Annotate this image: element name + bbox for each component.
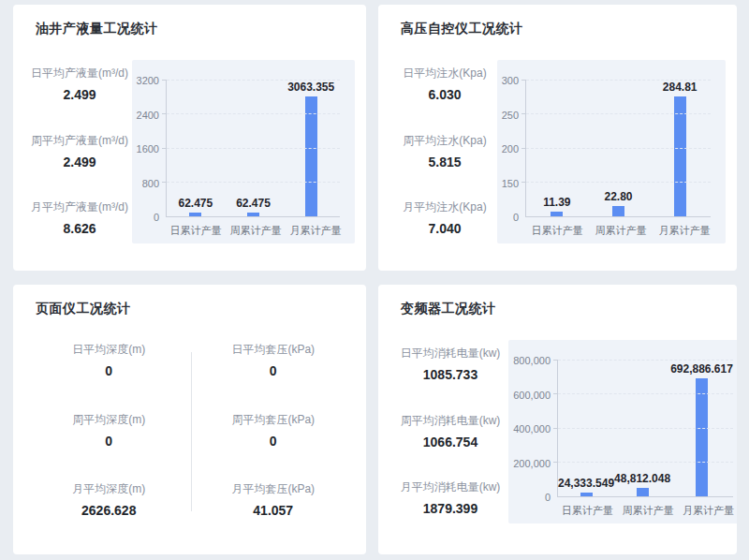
card-high-pressure-control: 高压自控仪工况统计 日平均注水(Kpa) 6.030 周平均注水(Kpa) 5.… — [378, 5, 737, 271]
stat-label: 周平均消耗电量(kw) — [392, 413, 508, 429]
bar[interactable] — [580, 493, 593, 496]
stat-label: 周平均注水(Kpa) — [392, 133, 497, 149]
x-tick-label: 周累计产量 — [226, 224, 286, 238]
x-tick-label: 日累计产量 — [557, 504, 618, 518]
stat-monthly: 月平均产液量(m³/d) 8.626 — [27, 199, 132, 236]
stat-label: 日平均深度(m) — [27, 342, 191, 358]
card-oil-well-production: 油井产液量工况统计 日平均产液量(m³/d) 2.499 周平均产液量(m³/d… — [13, 5, 366, 271]
stat-monthly: 月平均套压(kPa) 41.057 — [192, 481, 356, 518]
stat-value: 6.030 — [392, 87, 497, 102]
stat-daily: 日平均套压(kPa) 0 — [192, 342, 356, 378]
bar-value-label: 11.39 — [543, 196, 570, 209]
x-tick-label: 周累计产量 — [589, 224, 653, 238]
stats-column: 日平均消耗电量(kw) 1085.733 周平均消耗电量(kw) 1066.75… — [392, 340, 508, 523]
stat-value: 1085.733 — [392, 367, 508, 382]
y-axis: 0 200,000 400,000 600,000 800,000 — [508, 361, 557, 497]
bar[interactable] — [637, 488, 649, 496]
y-tick: 2400 — [137, 110, 159, 121]
bar-value-label: 284.81 — [663, 81, 698, 94]
stat-value: 7.040 — [392, 221, 497, 236]
bar-value-label: 48,812.048 — [614, 472, 670, 485]
bar-column-monthly[interactable]: 284.81 — [649, 81, 711, 216]
bar-value-label: 62.475 — [236, 197, 271, 210]
stat-value: 5.815 — [392, 155, 497, 169]
axis-tick — [553, 360, 558, 361]
gridline — [167, 148, 340, 149]
card-title: 变频器工况统计 — [401, 301, 726, 317]
stat-label: 月平均消耗电量(kw) — [392, 479, 508, 495]
bar-value-label: 692,886.617 — [670, 362, 733, 376]
plot-area: 62.475 62.475 3063.355 — [166, 81, 340, 217]
stat-weekly: 周平均注水(Kpa) 5.815 — [392, 133, 497, 169]
bar[interactable] — [189, 213, 201, 216]
bar[interactable] — [612, 206, 624, 216]
dashboard: 油井产液量工况统计 日平均产液量(m³/d) 2.499 周平均产液量(m³/d… — [0, 0, 749, 560]
gridline — [558, 428, 733, 429]
stat-label: 日平均产液量(m³/d) — [27, 66, 132, 81]
stat-label: 周平均产液量(m³/d) — [27, 133, 132, 149]
x-tick-label: 日累计产量 — [166, 224, 226, 238]
x-tick-label: 周累计产量 — [618, 504, 679, 518]
card-content: 日平均深度(m) 0 周平均深度(m) 0 月平均深度(m) 2626.628 … — [27, 340, 355, 523]
y-tick: 1600 — [137, 143, 159, 155]
bar-value-label: 24,333.549 — [558, 477, 614, 490]
bar-column-monthly[interactable]: 3063.355 — [282, 81, 340, 216]
stat-weekly: 周平均深度(m) 0 — [27, 412, 191, 449]
y-tick: 3200 — [137, 75, 159, 86]
stat-weekly: 周平均消耗电量(kw) 1066.754 — [392, 413, 508, 449]
stat-value: 41.057 — [192, 503, 356, 518]
bar-column-weekly[interactable]: 22.80 — [588, 81, 650, 216]
y-tick: 200 — [502, 143, 519, 155]
axis-tick — [553, 428, 558, 429]
gridline — [558, 462, 733, 463]
y-tick: 600,000 — [513, 390, 551, 401]
stat-value: 8.626 — [27, 221, 132, 236]
stats-column-depth: 日平均深度(m) 0 周平均深度(m) 0 月平均深度(m) 2626.628 — [27, 340, 191, 523]
gridline — [167, 113, 340, 114]
stat-monthly: 月平均消耗电量(kw) 1879.399 — [392, 479, 508, 516]
gridline — [526, 182, 711, 183]
axis-tick — [521, 113, 526, 114]
stat-value: 0 — [27, 363, 191, 378]
stat-weekly: 周平均套压(kPa) 0 — [192, 412, 356, 449]
card-title: 高压自控仪工况统计 — [401, 21, 726, 37]
bar-column-weekly[interactable]: 48,812.048 — [614, 361, 670, 496]
stat-label: 周平均深度(m) — [27, 412, 191, 428]
y-axis: 0 800 1600 2400 3200 — [132, 81, 166, 217]
y-tick: 250 — [502, 110, 519, 121]
stats-column: 日平均产液量(m³/d) 2.499 周平均产液量(m³/d) 2.499 月平… — [27, 60, 132, 243]
x-tick-label: 月累计产量 — [286, 224, 345, 238]
plot-area: 11.39 22.80 284.81 — [525, 81, 711, 217]
stat-monthly: 月平均注水(Kpa) 7.040 — [392, 199, 497, 236]
x-axis: 日累计产量 周累计产量 月累计产量 — [166, 224, 345, 238]
stat-weekly: 周平均产液量(m³/d) 2.499 — [27, 133, 132, 169]
bar-value-label: 62.475 — [178, 197, 213, 210]
stat-value: 1879.399 — [392, 501, 508, 516]
card-page-meter: 页面仪工况统计 日平均深度(m) 0 周平均深度(m) 0 月平均深度(m) 2… — [13, 285, 366, 554]
y-tick: 0 — [513, 212, 519, 223]
x-tick-label: 月累计产量 — [678, 504, 737, 518]
axis-tick — [553, 393, 558, 394]
bar[interactable] — [247, 213, 259, 216]
stat-value: 2.499 — [27, 87, 132, 102]
bar[interactable] — [696, 378, 708, 496]
y-tick: 150 — [502, 178, 519, 189]
axis-tick — [521, 148, 526, 149]
bar-column-monthly[interactable]: 692,886.617 — [670, 361, 733, 496]
bar-chart: 0 150 200 250 300 — [497, 60, 726, 243]
card-content: 日平均产液量(m³/d) 2.499 周平均产液量(m³/d) 2.499 月平… — [27, 60, 355, 243]
x-tick-label: 月累计产量 — [653, 224, 716, 238]
bar-column-daily[interactable]: 11.39 — [526, 81, 588, 216]
bar-column-daily[interactable]: 62.475 — [167, 81, 225, 216]
stat-label: 月平均套压(kPa) — [192, 481, 356, 497]
y-tick: 800 — [142, 178, 159, 189]
stat-label: 月平均产液量(m³/d) — [27, 199, 132, 215]
card-frequency-converter: 变频器工况统计 日平均消耗电量(kw) 1085.733 周平均消耗电量(kw)… — [378, 285, 737, 554]
bar-column-daily[interactable]: 24,333.549 — [558, 361, 614, 496]
bar-column-weekly[interactable]: 62.475 — [225, 81, 283, 216]
bar[interactable] — [551, 212, 563, 217]
gridline — [526, 80, 711, 81]
stat-monthly: 月平均深度(m) 2626.628 — [27, 481, 191, 518]
stat-label: 周平均套压(kPa) — [192, 412, 356, 428]
stat-label: 日平均套压(kPa) — [192, 342, 356, 358]
